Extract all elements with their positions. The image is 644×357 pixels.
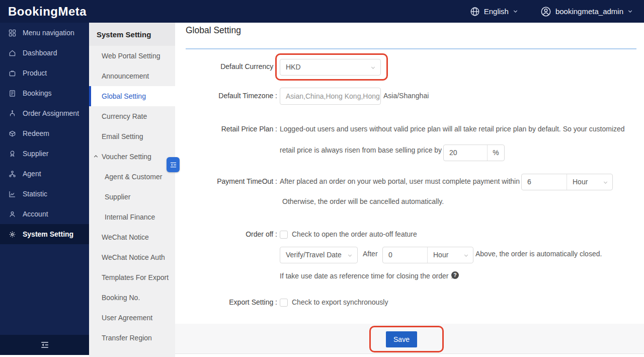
export-setting-checkbox[interactable]	[280, 299, 288, 307]
export-setting-checkbox-label: Check to export synchronously	[292, 298, 388, 306]
payment-timeout-input-group: 6 Hour	[521, 174, 613, 190]
sidebar-item-label: Dashboard	[23, 49, 57, 57]
submenu-item-label: Email Setting	[102, 132, 143, 140]
payment-timeout-label: Payment TimeOut :	[175, 177, 277, 185]
submenu-panel: System Setting Web Portal Setting Announ…	[89, 23, 175, 357]
top-header: BookingMeta English bookingmeta_admin	[0, 0, 644, 23]
payment-timeout-unit-value: Hour	[573, 178, 588, 186]
grid-icon	[9, 29, 16, 37]
sidebar-item-bookings[interactable]: Bookings	[0, 83, 89, 103]
default-currency-select[interactable]: HKD	[280, 59, 381, 76]
submenu-item-supplier[interactable]: Supplier	[89, 187, 175, 207]
chevron-down-icon	[370, 65, 376, 70]
sidebar-collapse-button[interactable]	[0, 335, 89, 355]
user-menu[interactable]: bookingmeta_admin	[540, 6, 633, 17]
submenu-item-templates-for-export[interactable]: Templates For Export	[89, 267, 175, 288]
submenu-item-announcement[interactable]: Announcement	[89, 66, 175, 86]
percent-suffix: %	[487, 145, 504, 161]
user-circle-icon	[540, 6, 551, 17]
submenu-item-agent-customer[interactable]: Agent & Customer	[89, 167, 175, 187]
submenu-item-wechat-notice[interactable]: WeChat Notice	[89, 227, 175, 247]
sidebar-item-label: Redeem	[23, 129, 49, 137]
submenu-item-label: Booking No.	[102, 294, 140, 302]
medal-icon	[9, 150, 16, 158]
order-off-tail-text: Above, the order is automatically closed…	[475, 250, 602, 258]
order-off-delay-input[interactable]: 0	[383, 247, 427, 263]
sidebar-item-statistic[interactable]: Statistic	[0, 184, 89, 204]
sidebar-item-agent[interactable]: Agent	[0, 164, 89, 184]
submenu-item-label: Templates For Export	[102, 273, 169, 281]
submenu-item-label: Currency Rate	[102, 112, 147, 120]
page-title: Global Setting	[186, 25, 241, 36]
payment-timeout-description: After placed an order on your web portal…	[280, 177, 520, 185]
sidebar-item-order-assignment[interactable]: Order Assignment	[0, 103, 89, 123]
export-setting-label: Export Setting :	[175, 298, 277, 306]
sidebar-item-label: System Setting	[23, 230, 73, 238]
language-selector[interactable]: English	[470, 7, 518, 17]
submenu-item-label: Announcement	[102, 72, 149, 80]
submenu-item-global-setting[interactable]: Global Setting	[89, 86, 175, 106]
title-divider	[186, 48, 636, 49]
submenu-collapse-button[interactable]	[167, 157, 180, 172]
retail-markup-input[interactable]: 20	[444, 145, 487, 161]
user-icon	[9, 210, 16, 218]
save-button[interactable]: Save	[386, 331, 417, 347]
submenu-item-label: WeChat Notice Auth	[102, 253, 165, 261]
submenu-item-currency-rate[interactable]: Currency Rate	[89, 106, 175, 126]
default-timezone-input[interactable]: Asian,China,Hong Kong,Hong	[280, 88, 381, 105]
payment-timeout-note: Otherwise, the order will be cancelled a…	[282, 197, 444, 205]
submenu-item-web-portal-setting[interactable]: Web Portal Setting	[89, 46, 175, 66]
question-icon[interactable]: ?	[451, 271, 459, 279]
main-content: Global Setting Default Currency : HKD De…	[175, 23, 644, 357]
submenu-item-transfer-region[interactable]: Transfer Region	[89, 328, 175, 348]
sidebar-item-label: Product	[23, 69, 47, 77]
timezone-current-value: Asia/Shanghai	[383, 92, 429, 100]
chevron-down-icon	[627, 9, 633, 14]
home-icon	[9, 49, 16, 57]
sidebar-item-label: Statistic	[23, 190, 47, 198]
sidebar-item-label: Account	[23, 210, 48, 218]
sidebar-item-label: Supplier	[23, 150, 48, 158]
submenu-item-wechat-notice-auth[interactable]: WeChat Notice Auth	[89, 247, 175, 267]
order-off-date-value: Verify/Travel Date	[286, 251, 342, 259]
document-icon	[9, 90, 16, 97]
chevron-down-icon	[603, 180, 608, 185]
default-currency-label: Default Currency :	[175, 62, 277, 70]
chevron-up-icon	[93, 154, 99, 159]
retail-price-plan-label: Retail Price Plan :	[175, 125, 277, 133]
submenu-item-label: Global Setting	[102, 92, 146, 100]
app-logo: BookingMeta	[8, 5, 87, 19]
sidebar-item-dashboard[interactable]: Dashboard	[0, 43, 89, 63]
order-off-checkbox-label: Check to open the order auto-off feature	[292, 230, 417, 238]
sidebar-item-label: Menu navigation	[23, 29, 74, 37]
language-label: English	[484, 7, 509, 16]
order-off-checkbox[interactable]	[280, 231, 288, 239]
chevron-down-icon	[513, 9, 518, 14]
chevron-down-icon	[463, 253, 469, 258]
payment-timeout-input[interactable]: 6	[522, 174, 567, 190]
sidebar-item-product[interactable]: Product	[0, 63, 89, 83]
submenu-item-internal-finance[interactable]: Internal Finance	[89, 207, 175, 227]
default-currency-value: HKD	[286, 63, 301, 71]
sidebar-item-system-setting[interactable]: System Setting	[0, 224, 89, 244]
sidebar-item-account[interactable]: Account	[0, 204, 89, 224]
payment-timeout-unit-select[interactable]: Hour	[567, 174, 612, 190]
submenu-item-label: Web Portal Setting	[102, 52, 160, 60]
retail-plan-description-line2: retail price is always risen from base s…	[280, 146, 442, 154]
branch-icon	[9, 110, 16, 117]
submenu-item-booking-no[interactable]: Booking No.	[89, 288, 175, 308]
sidebar-item-menu-navigation[interactable]: Menu navigation	[0, 23, 89, 43]
submenu-item-label: Transfer Region	[102, 334, 152, 342]
order-off-unit-select[interactable]: Hour	[427, 247, 473, 263]
sidebar-item-supplier[interactable]: Supplier	[0, 144, 89, 164]
sidebar-item-redeem[interactable]: Redeem	[0, 123, 89, 144]
submenu-item-label: Supplier	[105, 193, 130, 201]
submenu-item-email-setting[interactable]: Email Setting	[89, 126, 175, 147]
submenu-item-label: WeChat Notice	[102, 233, 149, 241]
submenu-item-user-agreement[interactable]: User Agreement	[89, 308, 175, 328]
order-off-unit-value: Hour	[433, 251, 448, 259]
username-label: bookingmeta_admin	[555, 7, 623, 16]
retail-plan-description-line1: Logged-out users and users without valid…	[280, 125, 625, 133]
submenu-item-voucher-setting[interactable]: Voucher Setting	[89, 147, 175, 167]
order-off-date-select[interactable]: Verify/Travel Date	[280, 247, 358, 263]
